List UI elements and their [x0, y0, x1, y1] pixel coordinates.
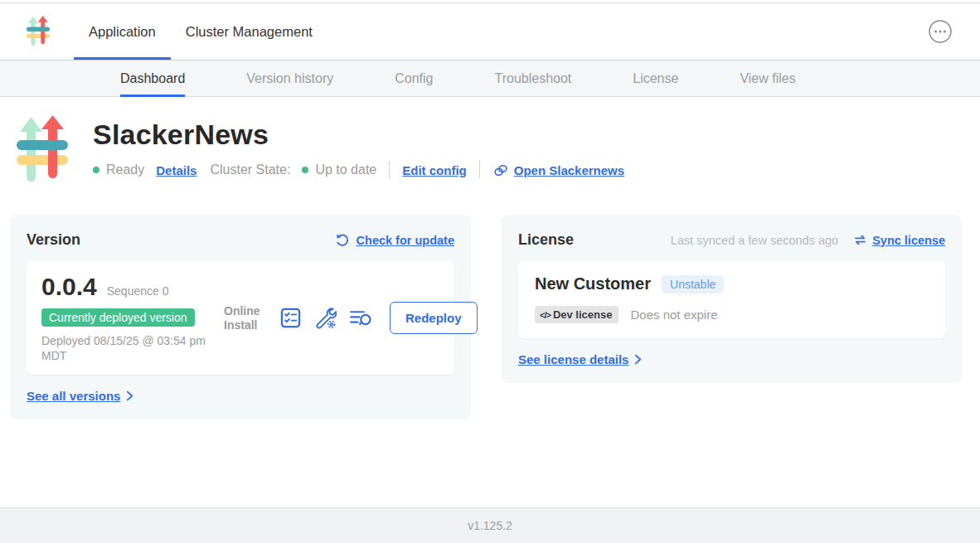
config-wrench-icon	[314, 307, 337, 329]
customer-name: New Customer	[535, 274, 651, 293]
app-sub-nav: Dashboard Version history Config Trouble…	[0, 60, 980, 97]
app-header: SlackerNews Ready Details Cluster State:…	[17, 115, 980, 185]
install-type-label: Online Install	[224, 304, 267, 332]
preflight-checklist-icon	[279, 307, 302, 329]
chevron-right-icon	[634, 354, 642, 365]
subnav-item-license[interactable]: License	[633, 61, 678, 96]
see-all-versions-label: See all versions	[27, 389, 120, 403]
preflight-checks-button[interactable]	[279, 307, 302, 329]
sync-license-link[interactable]: Sync license	[853, 233, 945, 247]
app-status-text: Ready	[106, 162, 144, 177]
check-for-update-label: Check for update	[357, 234, 454, 247]
code-icon: </>	[540, 310, 551, 320]
cluster-state-text: Up to date	[315, 162, 376, 177]
subnav-dashboard-label: Dashboard	[120, 71, 185, 86]
check-for-update-link[interactable]: Check for update	[335, 233, 454, 248]
divider	[479, 161, 480, 179]
license-type-badge: </> Dev license	[535, 306, 619, 323]
subnav-item-view-files[interactable]: View files	[740, 61, 795, 96]
sync-license-label: Sync license	[872, 234, 945, 247]
channel-badge: Unstable	[662, 275, 724, 293]
current-version-panel: 0.0.4 Sequence 0 Currently deployed vers…	[27, 261, 454, 375]
refresh-icon	[335, 233, 350, 248]
license-expiry-text: Does not expire	[630, 308, 717, 322]
chevron-right-icon	[126, 390, 133, 401]
deployed-timestamp: Deployed 08/15/25 @ 03:54 pm MDT	[41, 334, 224, 363]
subnav-item-config[interactable]: Config	[395, 61, 433, 96]
subnav-item-dashboard[interactable]: Dashboard	[120, 61, 185, 96]
version-card: Version Check for update	[10, 215, 471, 419]
last-synced-text: Last synced a few seconds ago	[671, 234, 838, 247]
app-status-dot	[93, 167, 99, 173]
top-nav-tabs: Application Cluster Management	[74, 3, 327, 60]
deployed-status-badge: Currently deployed version	[41, 308, 195, 327]
sequence-label: Sequence 0	[107, 284, 169, 298]
cluster-state-label: Cluster State:	[210, 162, 290, 177]
subnav-troubleshoot-label: Troubleshoot	[494, 71, 571, 86]
dashboard-cards: Version Check for update	[10, 215, 980, 419]
tab-application[interactable]: Application	[74, 3, 171, 60]
redeploy-button[interactable]: Redeploy	[390, 302, 478, 334]
license-card: License Last synced a few seconds ago Sy…	[502, 215, 962, 383]
slackernews-app-logo-icon	[17, 115, 68, 185]
subnav-item-version-history[interactable]: Version history	[246, 61, 333, 96]
link-icon	[492, 164, 509, 177]
status-details-link[interactable]: Details	[156, 163, 196, 177]
open-app-label: Open Slackernews	[514, 163, 624, 177]
edit-config-button[interactable]	[314, 307, 337, 329]
subnav-view-files-label: View files	[740, 71, 795, 86]
logs-search-icon	[349, 308, 373, 328]
page-title: SlackerNews	[93, 119, 624, 151]
edit-config-link[interactable]: Edit config	[402, 163, 467, 177]
version-card-title: Version	[27, 231, 80, 249]
nav-logo[interactable]	[27, 3, 50, 60]
cluster-status-dot	[302, 167, 308, 173]
license-type-label: Dev license	[553, 308, 613, 321]
see-license-details-link[interactable]: See license details	[518, 352, 945, 366]
more-menu-button[interactable]	[928, 19, 953, 44]
version-number: 0.0.4	[41, 273, 97, 301]
app-status-row: Ready Details Cluster State: Up to date …	[93, 161, 624, 179]
see-license-details-label: See license details	[518, 352, 628, 366]
subnav-item-troubleshoot[interactable]: Troubleshoot	[494, 61, 571, 96]
divider	[389, 161, 390, 179]
see-all-versions-link[interactable]: See all versions	[27, 389, 454, 403]
tab-cluster-management[interactable]: Cluster Management	[171, 3, 327, 60]
sub-nav-items: Dashboard Version history Config Trouble…	[120, 61, 980, 96]
console-footer: v1.125.2	[0, 507, 980, 543]
tab-application-label: Application	[89, 24, 156, 40]
sync-icon	[853, 233, 867, 247]
tab-cluster-management-label: Cluster Management	[186, 24, 313, 40]
open-app-link[interactable]: Open Slackernews	[492, 163, 624, 177]
top-nav: Application Cluster Management	[0, 3, 980, 60]
ellipsis-icon	[928, 19, 953, 44]
dashboard-content: SlackerNews Ready Details Cluster State:…	[0, 98, 980, 419]
subnav-config-label: Config	[395, 71, 433, 86]
admin-console-screen: Application Cluster Management Dashboard…	[0, 0, 980, 543]
license-details-panel: New Customer Unstable </> Dev license Do…	[518, 261, 945, 338]
console-version-text: v1.125.2	[468, 519, 512, 532]
slackernews-logo-icon	[27, 16, 50, 47]
license-card-title: License	[518, 231, 574, 249]
subnav-version-history-label: Version history	[246, 71, 333, 86]
view-logs-button[interactable]	[349, 308, 373, 328]
subnav-license-label: License	[633, 71, 678, 86]
